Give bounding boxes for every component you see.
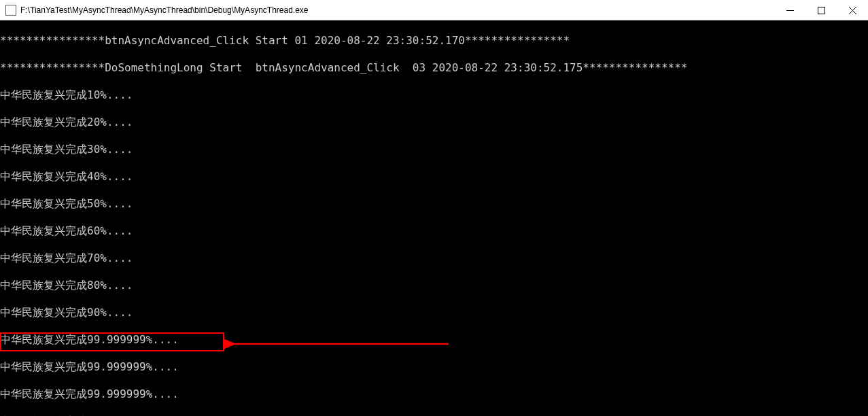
console-line: 中华民族复兴完成99.999999%.... — [0, 360, 868, 374]
console-line: 中华民族复兴完成90%.... — [0, 306, 868, 319]
maximize-button[interactable] — [805, 0, 837, 20]
app-icon — [5, 5, 16, 16]
console-line: 中华民族复兴完成80%.... — [0, 279, 868, 292]
console-window: F:\TianYaTest\MyAsyncThread\MyAsyncThrea… — [0, 0, 868, 416]
console-line: 中华民族复兴完成50%.... — [0, 197, 868, 211]
window-controls — [774, 0, 868, 20]
svg-rect-1 — [818, 7, 824, 14]
console-line: ****************DoSomethingLong Start bt… — [0, 61, 868, 75]
close-button[interactable] — [837, 0, 868, 20]
console-line: 中华民族复兴完成30%.... — [0, 143, 868, 156]
console-line: 中华民族复兴完成60%.... — [0, 224, 868, 238]
titlebar[interactable]: F:\TianYaTest\MyAsyncThread\MyAsyncThrea… — [0, 0, 868, 20]
console-line: 中华民族复兴完成99.999999%.... — [0, 387, 868, 401]
window-title: F:\TianYaTest\MyAsyncThread\MyAsyncThrea… — [20, 5, 774, 15]
minimize-button[interactable] — [774, 0, 805, 20]
console-line: 中华民族复兴完成20%.... — [0, 116, 868, 129]
console-output[interactable]: ****************btnAsyncAdvanced_Click S… — [0, 20, 868, 416]
console-line: 中华民族复兴完成40%.... — [0, 170, 868, 184]
console-line: 中华民族复兴完成10%.... — [0, 88, 868, 102]
console-line: 中华民族复兴完成70%.... — [0, 252, 868, 265]
console-line: ****************btnAsyncAdvanced_Click S… — [0, 34, 868, 48]
console-line: 中华民族复兴完成99.999999%.... — [0, 333, 868, 347]
